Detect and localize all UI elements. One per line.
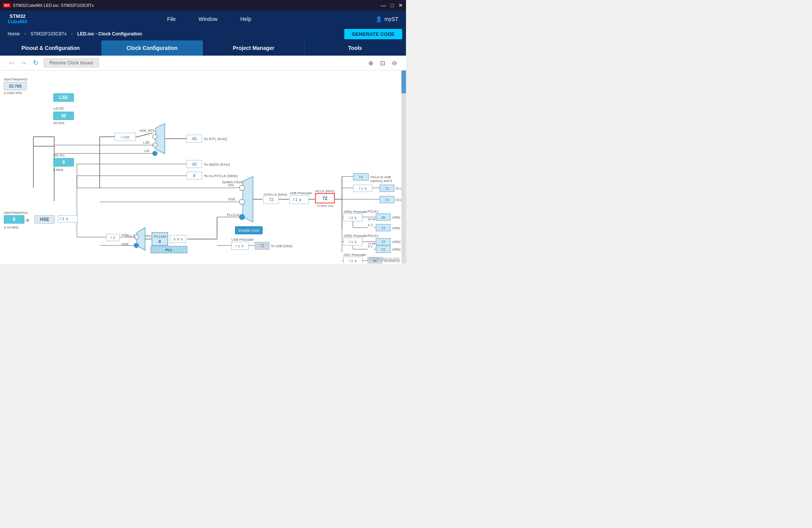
svg-text:To IWDG (KHz): To IWDG (KHz)	[204, 162, 230, 166]
app-logo-area: STM32 CubeMX	[8, 14, 27, 24]
breadcrumb: Home › STM32F103C8Tx › LED.ioc - Clock C…	[0, 27, 406, 40]
hse-box: HSE	[34, 215, 55, 224]
svg-text:36: 36	[381, 215, 386, 219]
minimize-button[interactable]: —	[381, 2, 386, 8]
hsi-rc-label: HSI RC	[53, 154, 65, 157]
svg-text:40: 40	[192, 162, 197, 166]
refresh-button[interactable]: ↻	[31, 58, 40, 68]
svg-text:USB Prescaler: USB Prescaler	[232, 238, 254, 242]
main-content: ↩ ↪ ↻ Resolve Clock Issues ⊕ ⊡ ⊖	[0, 56, 406, 264]
hsi-unit: 8 MHz	[53, 168, 63, 172]
breadcrumb-device[interactable]: STM32F103C8Tx	[27, 30, 70, 38]
input-freq-unit-1: 0-1000 KHz	[4, 91, 22, 95]
title-bar-controls[interactable]: — □ ✕	[381, 2, 403, 8]
zoom-in-button[interactable]: ⊕	[367, 59, 375, 67]
window-menu[interactable]: Window	[198, 16, 217, 22]
lsi-unit: 40 KHz	[53, 121, 65, 125]
svg-text:72: 72	[381, 240, 386, 244]
svg-text:PCLK2: PCLK2	[368, 234, 378, 238]
vertical-scrollbar[interactable]	[401, 70, 406, 264]
svg-text:72: 72	[260, 243, 264, 248]
svg-text:/ 128: / 128	[121, 135, 129, 139]
svg-text:HCLK (MHz): HCLK (MHz)	[315, 189, 335, 193]
window-title: STM32CubeMX LED.ioc: STM32F103C8Tx	[13, 3, 94, 8]
tab-tools[interactable]: Tools	[305, 40, 406, 56]
svg-text:HSI: HSI	[121, 233, 127, 237]
svg-text:memory and b: memory and b	[370, 179, 392, 183]
svg-text:APB1 Prescaler: APB1 Prescaler	[344, 210, 368, 214]
myst-area[interactable]: 👤 myST	[376, 16, 398, 22]
svg-text:72: 72	[385, 186, 390, 190]
svg-text:/ 1  ∨: / 1 ∨	[236, 244, 244, 248]
svg-text:/ 1  ∨: / 1 ∨	[349, 240, 357, 244]
svg-text:8: 8	[159, 239, 161, 244]
help-menu[interactable]: Help	[240, 16, 251, 22]
close-button[interactable]: ✕	[398, 2, 403, 8]
tab-bar: Pinout & Configuration Clock Configurati…	[0, 40, 406, 56]
svg-line-8	[137, 133, 153, 137]
svg-text:ADC Prescaler: ADC Prescaler	[344, 253, 366, 257]
svg-text:X 1: X 1	[368, 245, 372, 248]
svg-text:To FLITFCLK (MHz): To FLITFCLK (MHz)	[204, 174, 238, 178]
svg-text:/ 1  ∨: / 1 ∨	[293, 197, 302, 202]
svg-text:PLL: PLL	[165, 248, 173, 252]
myst-label[interactable]: myST	[384, 16, 398, 22]
tab-pinout[interactable]: Pinout & Configuration	[0, 40, 102, 56]
svg-text:X 9  ∨: X 9 ∨	[173, 237, 183, 241]
svg-text:/ 2  ∨: / 2 ∨	[349, 216, 357, 220]
svg-text:HSI: HSI	[229, 183, 234, 187]
svg-text:72: 72	[269, 197, 273, 202]
diagram-area: / 128 HSE_RTC 40 To RTC (KHz) LSE	[0, 70, 406, 264]
svg-text:/ 1  ∨: / 1 ∨	[359, 186, 367, 190]
svg-text:LSE: LSE	[143, 141, 150, 144]
svg-text:To RTC (KHz): To RTC (KHz)	[204, 137, 227, 141]
menu-items: File Window Help	[43, 16, 376, 22]
title-bar: MX STM32CubeMX LED.ioc: STM32F103C8Tx — …	[0, 0, 406, 11]
hsi-value-box: 8	[53, 158, 74, 166]
svg-text:72: 72	[385, 198, 390, 202]
svg-text:72 MHz max: 72 MHz max	[316, 204, 334, 208]
breadcrumb-current[interactable]: LED.ioc - Clock Configuration	[74, 30, 146, 38]
svg-text:/ 2  ∨: / 2 ∨	[349, 259, 357, 263]
hse-div1-select[interactable]: / 1 ∨	[58, 215, 78, 222]
svg-text:*PLLMul: *PLLMul	[153, 235, 166, 238]
file-menu[interactable]: File	[167, 16, 176, 22]
svg-point-43	[239, 199, 245, 205]
watermark: CSDN @双科进阶	[369, 257, 400, 262]
scrollbar-thumb[interactable]	[401, 70, 406, 93]
input-freq-label-1: Input frequency	[4, 77, 27, 81]
hse-arrows: ⇉	[25, 218, 29, 223]
user-icon: 👤	[376, 16, 382, 22]
svg-text:PCLK1: PCLK1	[368, 210, 378, 213]
svg-text:72: 72	[381, 247, 386, 251]
svg-text:40: 40	[192, 136, 197, 141]
zoom-out-button[interactable]: ⊖	[390, 59, 398, 67]
tab-clock[interactable]: Clock Configuration	[102, 40, 203, 56]
fit-button[interactable]: ⊡	[379, 59, 387, 67]
svg-marker-12	[156, 123, 165, 154]
undo-button[interactable]: ↩	[8, 59, 16, 67]
svg-text:APB2 Prescaler: APB2 Prescaler	[344, 234, 368, 238]
app-logo: MX	[3, 3, 11, 8]
redo-button[interactable]: ↪	[19, 59, 27, 67]
svg-text:To USB (MHz): To USB (MHz)	[271, 244, 293, 248]
svg-marker-40	[243, 176, 253, 222]
svg-text:HCLK to AHB: HCLK to AHB	[370, 175, 391, 179]
svg-text:HSE: HSE	[121, 242, 128, 246]
breadcrumb-home[interactable]: Home	[4, 30, 24, 38]
generate-code-button[interactable]: GENERATE CODE	[344, 29, 402, 39]
svg-text:X 2: X 2	[368, 223, 372, 227]
svg-text:72: 72	[322, 196, 328, 201]
input-freq-label-2: Input frequency	[4, 211, 27, 214]
svg-text:8: 8	[193, 173, 195, 178]
hse-input-box: 8	[4, 215, 24, 224]
svg-point-13	[153, 134, 157, 139]
maximize-button[interactable]: □	[391, 2, 394, 8]
tab-project-manager[interactable]: Project Manager	[203, 40, 305, 56]
stm32-logo-text: STM32	[10, 14, 26, 19]
lsi-rc-label: LSI RC	[53, 107, 64, 110]
svg-point-42	[239, 185, 245, 190]
resolve-clock-button[interactable]: Resolve Clock Issues	[44, 58, 99, 67]
svg-text:HSE_RTC: HSE_RTC	[139, 129, 155, 133]
svg-text:AHB Prescaler: AHB Prescaler	[290, 191, 312, 195]
